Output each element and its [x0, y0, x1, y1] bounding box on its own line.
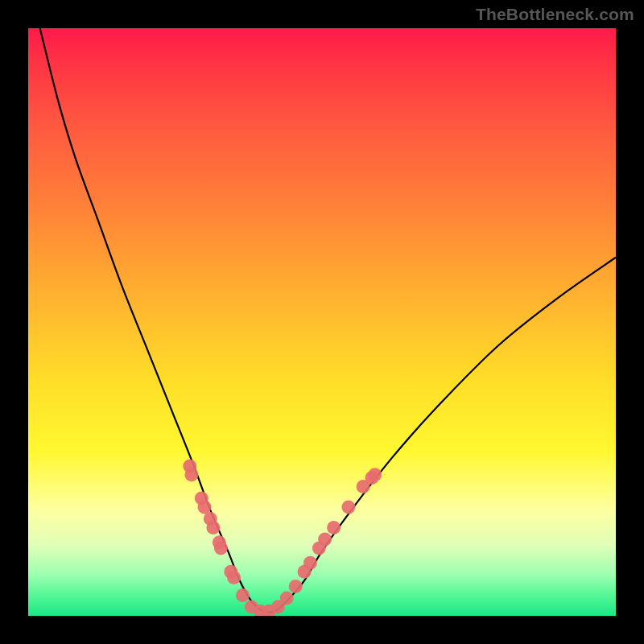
data-point [236, 588, 250, 602]
data-point [368, 468, 382, 481]
data-point [289, 580, 303, 593]
chart-frame: TheBottleneck.com [0, 0, 644, 644]
data-point [214, 542, 228, 555]
plot-area [28, 28, 616, 616]
data-point [341, 501, 355, 514]
data-point [303, 556, 317, 570]
data-point [198, 501, 212, 514]
data-point [280, 592, 294, 605]
data-point [184, 468, 198, 481]
data-point [206, 521, 220, 535]
data-point [227, 571, 241, 584]
chart-svg [28, 28, 616, 616]
data-point [327, 521, 341, 535]
scatter-group [183, 459, 382, 616]
data-point [318, 533, 332, 547]
watermark-text: TheBottleneck.com [476, 5, 634, 24]
